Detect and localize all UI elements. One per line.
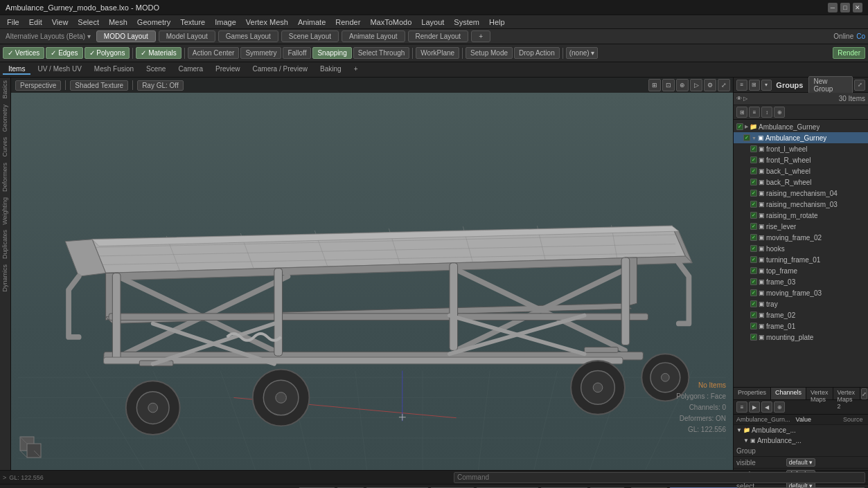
sub-tab-items[interactable]: Items <box>3 64 30 75</box>
close-button[interactable]: ✕ <box>853 3 862 12</box>
pp-tab-vertex-maps[interactable]: Vertex Maps <box>806 388 833 399</box>
tree-check-flw[interactable]: ✓ <box>750 145 757 152</box>
left-panel-deformers[interactable]: Deformers <box>0 160 10 195</box>
toolbar-action-center[interactable]: Action Center <box>188 47 240 59</box>
menu-texture[interactable]: Texture <box>176 17 209 28</box>
toolbar-falloff[interactable]: Falloff <box>283 47 311 59</box>
left-panel-curves[interactable]: Curves <box>0 134 10 160</box>
tree-check-rl[interactable]: ✓ <box>750 223 757 230</box>
maximize-button[interactable]: □ <box>840 3 850 12</box>
toolbar-render-btn[interactable]: Render <box>833 47 865 59</box>
tree-check-topf[interactable]: ✓ <box>750 267 757 274</box>
layout-tab-render[interactable]: Render Layout <box>408 30 469 42</box>
vp-icon-fit[interactable]: ⊡ <box>662 79 675 91</box>
tree-check-ambulance[interactable]: ✓ <box>743 134 750 141</box>
sub-tab-mesh-fusion[interactable]: Mesh Fusion <box>89 64 139 75</box>
menu-edit[interactable]: Edit <box>25 17 46 28</box>
sub-tab-preview[interactable]: Preview <box>210 64 246 75</box>
tree-item-back-l-wheel[interactable]: ✓ ▣ back_L_wheel <box>734 165 868 177</box>
tree-check-r03[interactable]: ✓ <box>750 201 757 208</box>
layout-tab-animate[interactable]: Animate Layout <box>342 30 405 42</box>
tree-check-r04[interactable]: ✓ <box>750 190 757 197</box>
menu-view[interactable]: View <box>48 17 73 28</box>
menu-system[interactable]: System <box>450 17 484 28</box>
tree-check-f01[interactable]: ✓ <box>750 323 757 329</box>
menu-vertex-mesh[interactable]: Vertex Mesh <box>242 17 292 28</box>
toolbar-vertices[interactable]: ✓ Vertices <box>3 47 44 59</box>
pp-val-visible[interactable]: default ▾ <box>783 457 840 469</box>
tree-icon-3[interactable]: ↕ <box>761 107 772 118</box>
pp-tree-child[interactable]: ▼ ▣ Ambulance_... <box>734 435 868 446</box>
toolbar-select-through[interactable]: Select Through <box>353 47 410 59</box>
sub-tab-scene[interactable]: Scene <box>141 64 171 75</box>
toolbar-action-dropdown[interactable]: (none) ▾ <box>566 47 598 59</box>
new-group-button[interactable]: New Group <box>808 76 853 94</box>
tree-check-f02[interactable]: ✓ <box>750 311 757 318</box>
tree-item-ambulance[interactable]: ✓ ▼ ▣ Ambulance_Gurney <box>734 132 868 143</box>
tree-check-f03[interactable]: ✓ <box>750 278 757 285</box>
tree-item-moving-frame-02[interactable]: ✓ ▣ moving_frame_02 <box>734 232 868 243</box>
tree-item-raising-03[interactable]: ✓ ▣ raising_mechanism_03 <box>734 199 868 210</box>
pp-row-visible[interactable]: visible default ▾ <box>734 457 868 469</box>
tree-check-rr[interactable]: ✓ <box>750 212 757 219</box>
scene-tree-icon-list[interactable]: ≡ <box>736 80 747 91</box>
left-panel-geometry[interactable]: Geometry <box>0 102 10 135</box>
toolbar-symmetry[interactable]: Symmetry <box>240 47 281 59</box>
tree-item-raising-04[interactable]: ✓ ▣ raising_mechanism_04 <box>734 188 868 199</box>
tree-item-mounting-plate[interactable]: ✓ ▣ mounting_plate <box>734 332 868 343</box>
menu-file[interactable]: File <box>3 17 24 28</box>
pp-tab-channels[interactable]: Channels <box>771 388 806 399</box>
tree-item-raising-rotate[interactable]: ✓ ▣ raising_m_rotate <box>734 210 868 221</box>
pp-dropdown-visible[interactable]: default ▾ <box>786 458 815 467</box>
toolbar-snapping[interactable]: Snapping <box>312 47 351 59</box>
menu-layout[interactable]: Layout <box>417 17 448 28</box>
tree-check-mf03[interactable]: ✓ <box>750 289 757 296</box>
menu-render[interactable]: Render <box>331 17 364 28</box>
vp-perspective-btn[interactable]: Perspective <box>15 80 61 91</box>
layout-tab-games[interactable]: Games Layout <box>218 30 278 42</box>
tree-check-tf01[interactable]: ✓ <box>750 256 757 263</box>
toolbar-workplane[interactable]: WorkPlane <box>416 47 459 59</box>
tree-check-hooks[interactable]: ✓ <box>750 245 757 252</box>
layout-tab-scene[interactable]: Scene Layout <box>281 30 339 42</box>
toolbar-edges[interactable]: ✓ Edges <box>46 47 82 59</box>
layout-tab-modo[interactable]: MODO Layout <box>96 30 156 42</box>
scene-tree[interactable]: ✓ ▶ 📁 Ambulance_Gurney ✓ ▼ ▣ Ambulance_G… <box>734 120 868 387</box>
toolbar-drop-action[interactable]: Drop Action <box>514 47 560 59</box>
vp-icon-maximize[interactable]: ⤢ <box>718 79 730 91</box>
menu-animate[interactable]: Animate <box>294 17 330 28</box>
panel-expand-icon[interactable]: ⤢ <box>854 80 865 91</box>
scene-tree-icon-filter[interactable]: ▾ <box>761 80 772 91</box>
tree-check-brw[interactable]: ✓ <box>750 179 757 186</box>
tree-item-turning-frame[interactable]: ✓ ▣ turning_frame_01 <box>734 254 868 265</box>
menu-help[interactable]: Help <box>485 17 509 28</box>
tree-item-back-r-wheel[interactable]: ✓ ▣ back_R_wheel <box>734 177 868 188</box>
pp-icon-4[interactable]: ⊕ <box>774 401 785 413</box>
left-panel-basics[interactable]: Basics <box>0 78 10 102</box>
tree-item-hooks[interactable]: ✓ ▣ hooks <box>734 243 868 254</box>
vp-icon-zoom[interactable]: ⊕ <box>676 79 689 91</box>
vp-icon-settings[interactable]: ⚙ <box>704 79 716 91</box>
tree-item-frame-03[interactable]: ✓ ▣ frame_03 <box>734 276 868 287</box>
tree-check-frw[interactable]: ✓ <box>750 156 757 163</box>
sub-tab-camera[interactable]: Camera <box>172 64 209 75</box>
menu-select[interactable]: Select <box>73 17 103 28</box>
layout-tab-add[interactable]: + <box>471 30 490 42</box>
pp-icon-1[interactable]: ≡ <box>736 401 747 413</box>
menu-geometry[interactable]: Geometry <box>133 17 175 28</box>
vp-icon-render[interactable]: ▷ <box>690 79 702 91</box>
tree-item-frame-01[interactable]: ✓ ▣ frame_01 <box>734 320 868 332</box>
sub-tab-baking[interactable]: Baking <box>315 64 347 75</box>
pp-icon-3[interactable]: ◀ <box>761 401 772 413</box>
tree-check-blw[interactable]: ✓ <box>750 168 757 174</box>
tree-item-top-frame[interactable]: ✓ ▣ top_frame <box>734 265 868 276</box>
tree-check-mp[interactable]: ✓ <box>750 334 757 341</box>
tree-icon-4[interactable]: ⊕ <box>774 107 785 118</box>
tree-root-item[interactable]: ✓ ▶ 📁 Ambulance_Gurney <box>734 121 868 132</box>
tree-check-mf02[interactable]: ✓ <box>750 234 757 241</box>
tree-item-frame-02[interactable]: ✓ ▣ frame_02 <box>734 309 868 320</box>
toolbar-materials[interactable]: ✓ Materials <box>136 47 181 59</box>
menu-maxtomodo[interactable]: MaxToModo <box>366 17 416 28</box>
pp-expand-icon[interactable]: ⤢ <box>861 388 867 399</box>
tree-item-rise-lever[interactable]: ✓ ▣ rise_lever <box>734 221 868 232</box>
